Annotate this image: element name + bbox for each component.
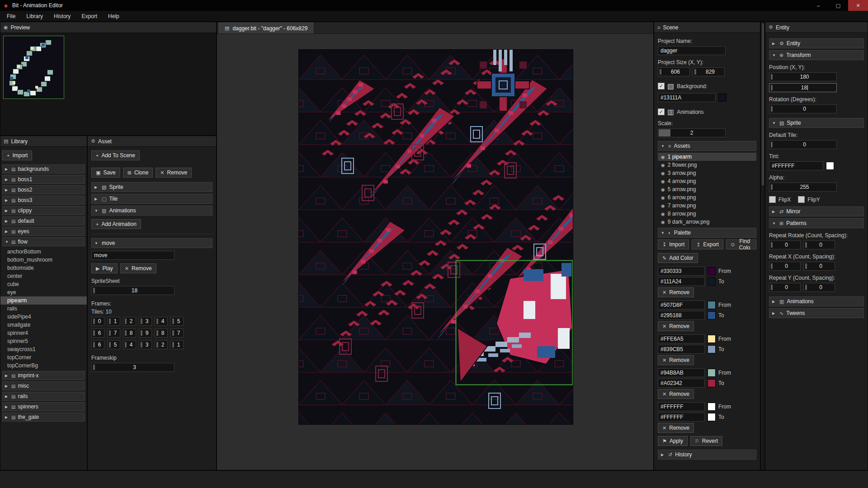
frame-tile-input[interactable]: 2 — [155, 340, 168, 349]
patterns-section-bar[interactable]: ▼ ⊞ Patterns — [769, 218, 864, 228]
library-item[interactable]: bottomside — [0, 264, 87, 272]
move-animation-bar[interactable]: ▼ move — [91, 238, 212, 248]
remove-color-button[interactable]: ✕ Remove — [658, 287, 694, 297]
menu-library[interactable]: Library — [21, 12, 48, 21]
remove-color-button[interactable]: ✕ Remove — [658, 321, 694, 331]
flipx-checkbox[interactable] — [769, 196, 776, 203]
sprite-section-bar[interactable]: ▼ ▧ Sprite — [769, 118, 864, 128]
color-from-swatch[interactable] — [708, 369, 716, 377]
asset-row-selected[interactable]: ◉ 1 pipearm — [658, 153, 756, 161]
position-y-input[interactable]: 18 — [769, 83, 837, 92]
assets-section-bar[interactable]: ▼ ≡ Assets — [658, 141, 756, 151]
project-name-input[interactable] — [658, 46, 726, 55]
asset-row[interactable]: ◉ 4 arrow.png — [658, 177, 756, 185]
tweens-section-bar[interactable]: ▶ ∿ Tweens — [769, 308, 864, 318]
color-from-swatch[interactable] — [708, 403, 716, 411]
library-item[interactable]: topCornerBg — [0, 361, 87, 370]
library-group-clippy[interactable]: ▶ ▤ clippy — [2, 206, 85, 215]
frame-tile-input[interactable]: 3 — [139, 317, 152, 326]
library-group-default[interactable]: ▶ ▤ default — [2, 216, 85, 225]
tile-section-bar[interactable]: ▶ ▢ Tile — [91, 194, 212, 204]
frame-tile-input[interactable]: 8 — [123, 328, 136, 338]
repeat-x-count-input[interactable]: 0 — [769, 262, 801, 271]
library-item[interactable]: bottom_mushroom — [0, 256, 87, 264]
spritesheet-input[interactable]: 18 — [91, 286, 175, 295]
minimize-button[interactable]: – — [808, 0, 828, 11]
library-item[interactable]: cube — [0, 280, 87, 288]
frame-tile-input[interactable]: 6 — [91, 340, 104, 349]
asset-row[interactable]: ◉ 8 arrow.png — [658, 210, 756, 218]
frame-tile-input[interactable]: 7 — [170, 328, 184, 338]
color-to-swatch[interactable] — [708, 311, 716, 319]
animation-name-input[interactable] — [91, 251, 175, 260]
library-item[interactable]: center — [0, 272, 87, 280]
project-size-x-input[interactable]: 606 — [658, 67, 690, 76]
add-color-button[interactable]: ✎ Add Color — [658, 253, 698, 263]
library-item[interactable]: spinner4 — [0, 329, 87, 337]
frame-tile-input[interactable]: 9 — [139, 328, 152, 338]
color-to-swatch[interactable] — [708, 413, 716, 421]
visibility-icon[interactable]: ◉ — [661, 187, 665, 192]
repeat-x-spacing-input[interactable]: 0 — [803, 262, 835, 271]
canvas-tab[interactable]: ▤ dagger.bit - "dagger" - 606x829 — [219, 23, 313, 33]
visibility-icon[interactable]: ◉ — [661, 155, 665, 160]
color-from-input[interactable] — [658, 300, 705, 310]
frameskip-input[interactable]: 3 — [91, 363, 175, 372]
remove-asset-button[interactable]: ✕ Remove — [156, 168, 192, 178]
library-item[interactable]: topCorner — [0, 353, 87, 361]
palette-section-bar[interactable]: ▼ ◐ Palette — [658, 228, 756, 238]
asset-row[interactable]: ◉ 6 arrow.png — [658, 193, 756, 202]
frame-tile-input[interactable]: 6 — [91, 328, 104, 338]
color-to-input[interactable] — [658, 311, 705, 320]
library-item[interactable]: swaycross1 — [0, 345, 87, 353]
asset-row[interactable]: ◉ 2 flower.png — [658, 161, 756, 169]
maximize-button[interactable]: ▢ — [828, 0, 848, 11]
library-group-backgrounds[interactable]: ▶ ▤ backgrounds — [2, 164, 85, 174]
repeat-rotate-spacing-input[interactable]: 0 — [803, 240, 835, 249]
frame-tile-input[interactable]: 0 — [91, 317, 104, 326]
animations-section-bar[interactable]: ▼ ▥ Animations — [91, 206, 212, 216]
color-to-input[interactable] — [658, 277, 705, 286]
library-group-the-gate[interactable]: ▶ ▤ the_gate — [2, 413, 85, 422]
palette-import-button[interactable]: ↧ Import — [658, 239, 689, 249]
color-to-swatch[interactable] — [708, 379, 716, 387]
project-size-y-input[interactable]: 829 — [693, 67, 725, 76]
remove-animation-button[interactable]: ✕ Remove — [120, 263, 156, 273]
history-section-bar[interactable]: ▶ ↺ History — [658, 450, 756, 460]
menu-file[interactable]: File — [2, 12, 20, 21]
color-from-swatch[interactable] — [708, 267, 716, 275]
artwork-canvas[interactable] — [298, 49, 573, 425]
frame-tile-input[interactable]: 1 — [170, 340, 184, 349]
menu-history[interactable]: History — [49, 12, 75, 21]
asset-row[interactable]: ◉ 7 arrow.png — [658, 202, 756, 210]
color-to-swatch[interactable] — [708, 277, 716, 286]
color-to-swatch[interactable] — [708, 345, 716, 353]
background-color-input[interactable] — [658, 93, 716, 102]
mirror-section-bar[interactable]: ▶ ⇄ Mirror — [769, 206, 864, 216]
save-button[interactable]: ▣ Save — [91, 168, 120, 178]
default-tile-input[interactable]: 0 — [769, 140, 837, 149]
visibility-icon[interactable]: ◉ — [661, 203, 665, 208]
library-group-imprint-x[interactable]: ▶ ▤ imprint-x — [2, 371, 85, 380]
asset-row[interactable]: ◉ 5 arrow.png — [658, 185, 756, 193]
library-item[interactable]: eye — [0, 288, 87, 296]
library-group-boss2[interactable]: ▶ ▤ boss2 — [2, 185, 85, 194]
revert-button[interactable]: ⚐ Revert — [690, 436, 722, 446]
clone-button[interactable]: ⊞ Clone — [123, 168, 153, 178]
color-from-input[interactable] — [658, 368, 705, 377]
library-item[interactable]: sidePipe4 — [0, 313, 87, 321]
library-group-rails[interactable]: ▶ ▤ rails — [2, 392, 85, 401]
frame-tile-input[interactable]: 1 — [107, 317, 120, 326]
animations-checkbox[interactable]: ✓ — [658, 108, 665, 115]
scale-slider[interactable]: 2 — [658, 128, 726, 137]
library-item[interactable]: spinner5 — [0, 337, 87, 345]
tint-swatch[interactable] — [826, 162, 834, 170]
add-animation-button[interactable]: + Add Animation — [91, 219, 141, 229]
library-group-boss3[interactable]: ▶ ▤ boss3 — [2, 196, 85, 205]
library-item-selected[interactable]: pipearm — [0, 296, 87, 305]
repeat-rotate-count-input[interactable]: 0 — [769, 240, 801, 249]
close-button[interactable]: ✕ — [848, 0, 868, 11]
library-item[interactable]: anchorBottom — [0, 248, 87, 256]
menu-help[interactable]: Help — [103, 12, 124, 21]
play-button[interactable]: ▶ Play — [91, 263, 118, 273]
